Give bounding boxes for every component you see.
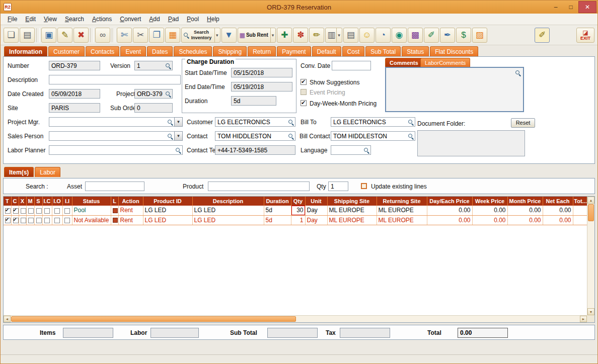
chevron-down-icon[interactable]: ▾ — [336, 28, 340, 42]
labor-planner-field[interactable] — [49, 145, 183, 155]
row-checkbox[interactable] — [54, 218, 60, 223]
tab-dates[interactable]: Dates — [147, 46, 173, 56]
version-field[interactable]: 1 — [134, 61, 173, 70]
menu-help[interactable]: Help — [203, 14, 223, 24]
row-checkbox[interactable] — [36, 218, 42, 223]
add-line-button[interactable]: ✚ — [277, 28, 292, 43]
project-mgr-lookup-icon[interactable] — [167, 119, 173, 125]
menu-add[interactable]: Add — [145, 14, 164, 24]
project-mgr-field[interactable] — [49, 117, 175, 127]
media-button[interactable]: ◉ — [392, 28, 407, 43]
tab-schedules[interactable]: Schedules — [174, 46, 212, 56]
description-field[interactable] — [49, 75, 181, 84]
reset-button[interactable]: Reset — [511, 118, 535, 128]
tab-labor-comments[interactable]: LaborComments — [420, 58, 470, 67]
cut-button[interactable]: ✂ — [133, 28, 148, 43]
scroll-up-button[interactable]: ▲ — [587, 197, 594, 204]
col-header-unit[interactable]: Unit — [305, 197, 327, 206]
contact-tel-field[interactable]: +44-17-5349-1585 — [215, 145, 295, 155]
col-header[interactable]: I.C — [42, 197, 52, 206]
sub-rent-button[interactable]: ▦ Sub Rent ▾ — [238, 28, 276, 43]
col-header-shipping-site[interactable]: Shipping Site — [327, 197, 377, 206]
chevron-down-icon[interactable]: ▾ — [214, 28, 218, 42]
tab-payment[interactable]: Payment — [277, 46, 311, 56]
notes-button[interactable]: ✏ — [309, 28, 324, 43]
project-mgr-dropdown[interactable]: ▼ — [174, 117, 183, 127]
contact-field[interactable]: TOM HIDDLESTON — [215, 131, 295, 141]
col-header[interactable]: M — [26, 197, 34, 206]
horizontal-scroll-thumb[interactable] — [11, 316, 296, 322]
chevron-down-icon[interactable]: ▾ — [270, 28, 274, 42]
bill-to-lookup-icon[interactable] — [408, 119, 414, 125]
col-header-day-each-price[interactable]: Day/Each Price — [427, 197, 472, 206]
funnel-button[interactable]: ▼ — [221, 28, 237, 43]
comments-lookup-icon[interactable] — [515, 70, 521, 76]
sales-person-field[interactable] — [49, 131, 175, 141]
scroll-down-button[interactable]: ▼ — [587, 308, 594, 315]
minimize-button[interactable]: – — [548, 2, 563, 13]
tab-cost[interactable]: Cost — [342, 46, 365, 56]
project-field[interactable]: ORD-379 — [134, 89, 173, 99]
report-button[interactable]: ▤ — [343, 28, 358, 43]
bill-to-field[interactable]: LG ELECTRONICS — [331, 117, 415, 127]
find-button[interactable]: ∞ — [95, 28, 110, 43]
menu-search[interactable]: Search — [61, 14, 88, 24]
row-checkbox[interactable] — [5, 208, 11, 214]
row-checkbox[interactable] — [54, 208, 60, 214]
row-checkbox[interactable] — [28, 218, 34, 223]
menu-pad[interactable]: Pad — [164, 14, 183, 24]
language-field[interactable] — [331, 145, 371, 155]
menu-pool[interactable]: Pool — [183, 14, 203, 24]
menu-actions[interactable]: Actions — [88, 14, 116, 24]
col-header-net-each[interactable]: Net Each — [543, 197, 573, 206]
cell-qty[interactable]: 1 — [291, 215, 305, 225]
sales-person-lookup-icon[interactable] — [167, 133, 173, 139]
bill-contact-lookup-icon[interactable] — [408, 133, 414, 139]
cell-qty[interactable]: 30 — [291, 206, 305, 215]
tab-labor[interactable]: Labor — [35, 167, 60, 177]
bill-contact-field[interactable]: TOM HIDDLESTON — [331, 131, 415, 141]
col-header-product-id[interactable]: Product ID — [143, 197, 192, 206]
row-checkbox[interactable] — [64, 208, 70, 214]
row-checkbox[interactable] — [64, 218, 70, 223]
tab-items[interactable]: Item(s) — [4, 167, 34, 177]
sales-person-dropdown[interactable]: ▼ — [174, 131, 183, 141]
tab-default[interactable]: Default — [312, 46, 341, 56]
row-checkbox[interactable] — [13, 208, 19, 214]
row-checkbox[interactable] — [28, 208, 34, 214]
paste-button[interactable]: ▦ — [165, 28, 180, 43]
col-header[interactable]: L — [111, 197, 118, 206]
menu-convert[interactable]: Convert — [116, 14, 145, 24]
horizontal-scrollbar[interactable]: ◄ ► — [4, 315, 587, 322]
menu-edit[interactable]: Edit — [21, 14, 40, 24]
sub-orders-field[interactable]: 0 — [134, 103, 173, 113]
tab-contacts[interactable]: Contacts — [86, 46, 119, 56]
col-header-total[interactable]: Tot... — [573, 197, 587, 206]
col-header[interactable]: I.I — [62, 197, 72, 206]
billing-button[interactable]: $ — [456, 28, 471, 43]
end-date-field[interactable]: 05/19/2018 — [231, 82, 292, 92]
col-header-description[interactable]: Description — [192, 197, 264, 206]
print-button[interactable]: ▤ — [20, 28, 35, 43]
tab-status[interactable]: Status — [402, 46, 429, 56]
calendar-button[interactable]: ▥ ▾ — [325, 28, 342, 43]
save-button[interactable]: ▣ — [41, 28, 56, 43]
tab-shipping[interactable]: Shipping — [213, 46, 247, 56]
tab-flat-discounts[interactable]: Flat Discounts — [430, 46, 478, 56]
col-header-qty[interactable]: Qty — [291, 197, 305, 206]
dwm-pricing-checkbox[interactable] — [301, 100, 307, 106]
comments-box[interactable] — [385, 67, 524, 112]
row-checkbox[interactable] — [13, 218, 19, 223]
col-header-status[interactable]: Status — [72, 197, 111, 206]
qty-input[interactable]: 1 — [328, 181, 348, 191]
copy-button[interactable]: ❐ — [149, 28, 164, 43]
row-checkbox[interactable] — [44, 208, 50, 214]
time-button[interactable]: ◔ — [376, 28, 391, 43]
row-checkbox[interactable] — [21, 218, 26, 223]
close-button[interactable]: ✕ — [578, 1, 596, 13]
delete-button[interactable]: ✖ — [73, 28, 89, 43]
conv-date-field[interactable] — [332, 61, 371, 70]
product-input[interactable] — [208, 181, 310, 191]
tab-customer[interactable]: Customer — [48, 46, 85, 56]
inventory-cube-button[interactable]: ▩ — [408, 28, 423, 43]
